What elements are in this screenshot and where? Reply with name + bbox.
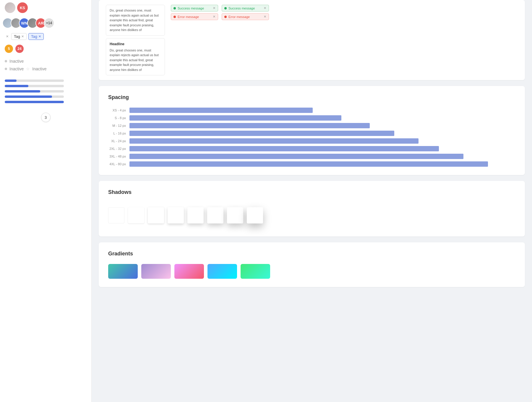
status-row-1: Inactive (5, 59, 87, 64)
sidebar: KS WN AR +14 ✕ Tag ✕ Tag ✕ 5 24 Inactive (0, 0, 92, 402)
avatar-top-row: KS (0, 0, 91, 15)
shadows-row (108, 202, 515, 228)
spacing-grid: XS - 4 px S - 8 px M - 12 px L - 16 px X… (108, 108, 515, 167)
alerts-card: Do, great chooses one, must explain reje… (99, 0, 525, 80)
shadow-box-4 (187, 207, 204, 223)
spacing-row-xs: XS - 4 px (108, 108, 515, 113)
spacing-bar-3xl (129, 154, 463, 159)
badge-red: 24 (15, 45, 24, 53)
alert-columns: Success message ✕ Error message ✕ Succes… (171, 5, 269, 20)
spacing-row-xl: XL - 24 px (108, 138, 515, 144)
tag-close-1[interactable]: ✕ (21, 35, 24, 38)
alert-error-label-2: Error message (228, 15, 250, 19)
alert-dot-red-2 (224, 16, 227, 18)
status-label-1: Inactive (9, 59, 24, 64)
text-preview-content: Do, great chooses one, must explain reje… (110, 9, 159, 32)
progress-fill-4 (5, 95, 52, 98)
main-content: Do, great chooses one, must explain reje… (92, 0, 532, 402)
spacing-bar-xs (129, 108, 313, 113)
gradient-chip-2 (141, 264, 171, 279)
headline-preview: Headline Do, great chooses one, must exp… (106, 38, 165, 76)
avatar-more: +14 (44, 18, 54, 28)
alert-dot-green-1 (173, 7, 176, 9)
progress-bar-1 (5, 80, 64, 82)
spacing-bar-s (129, 115, 341, 121)
spacing-bar-4xl (129, 161, 488, 167)
progress-bar-2 (5, 85, 64, 87)
spacing-card: Spacing XS - 4 px S - 8 px M - 12 px L -… (99, 86, 525, 175)
spacing-row-m: M - 12 px (108, 123, 515, 128)
status-section: Inactive Inactive ☆ Inactive (0, 55, 91, 75)
headline-body: Do, great chooses one, must explain reje… (110, 48, 159, 72)
badge-orange: 5 (5, 45, 13, 53)
gradients-row (108, 264, 515, 279)
alert-error-2: Error message ✕ (222, 13, 269, 20)
spacing-bar-m (129, 123, 370, 128)
shadow-box-0 (108, 207, 124, 223)
alert-col-1: Success message ✕ Error message ✕ (171, 5, 218, 20)
alert-close-success-2[interactable]: ✕ (264, 6, 266, 10)
status-row-2: Inactive ☆ Inactive (5, 67, 87, 71)
gradient-chip-4 (207, 264, 237, 279)
page-number[interactable]: 3 (41, 113, 51, 122)
alert-dot-red-1 (173, 16, 176, 18)
spacing-row-3xl: 3XL - 48 px (108, 154, 515, 159)
spacing-label-xl: XL - 24 px (108, 139, 126, 143)
status-dot-1 (5, 60, 7, 62)
headline-title: Headline (110, 41, 161, 47)
tag-label-1: Tag (14, 34, 20, 39)
spacing-row-s: S - 8 px (108, 115, 515, 121)
alert-close-success-1[interactable]: ✕ (213, 6, 215, 10)
progress-fill-2 (5, 85, 28, 87)
tag-close-2[interactable]: ✕ (38, 35, 41, 38)
shadow-box-3 (168, 207, 184, 223)
spacing-label-s: S - 8 px (108, 116, 126, 120)
alert-success-label-1: Success message (178, 7, 204, 10)
progress-bar-4 (5, 95, 64, 98)
spacing-row-2xl: 2XL - 32 px (108, 146, 515, 151)
star-icon[interactable]: ☆ (26, 67, 30, 71)
spacing-row-l: L - 16 px (108, 131, 515, 136)
gradient-chip-3 (174, 264, 204, 279)
gradients-title: Gradients (108, 251, 515, 257)
shadow-box-7 (247, 207, 263, 223)
spacing-bar-l (129, 131, 394, 136)
shadow-box-5 (207, 207, 223, 223)
badge-section: 5 24 (0, 42, 91, 55)
text-preview-left: Do, great chooses one, must explain reje… (106, 5, 165, 75)
alert-error-1: Error message ✕ (171, 13, 218, 20)
avatar-photo-1 (5, 2, 15, 13)
spacing-title: Spacing (108, 94, 515, 100)
alert-col-2: Success message ✕ Error message ✕ (222, 5, 269, 20)
shadows-card: Shadows (99, 181, 525, 236)
alerts-top-section: Do, great chooses one, must explain reje… (106, 5, 518, 75)
tag-remove-all-button[interactable]: ✕ (5, 34, 9, 39)
status-label-3: Inactive (32, 67, 46, 71)
alert-close-error-2[interactable]: ✕ (264, 15, 266, 19)
shadows-title: Shadows (108, 189, 515, 195)
status-dot-2 (5, 68, 7, 70)
gradient-chip-1 (108, 264, 138, 279)
page-num-section: 3 (0, 108, 91, 127)
alert-dot-green-2 (224, 7, 227, 9)
shadow-box-6 (227, 207, 243, 223)
tag-label-2: Tag (31, 34, 37, 39)
alert-close-error-1[interactable]: ✕ (213, 15, 215, 19)
spacing-label-xs: XS - 4 px (108, 108, 126, 112)
progress-fill-3 (5, 90, 40, 93)
gradients-card: Gradients (99, 242, 525, 287)
spacing-label-3xl: 3XL - 48 px (108, 155, 126, 158)
progress-fill-5 (5, 101, 64, 103)
avatar-group: WN AR +14 (0, 15, 91, 31)
spacing-label-m: M - 12 px (108, 124, 126, 127)
gradient-chip-5 (241, 264, 270, 279)
tag-item-1: Tag ✕ (11, 33, 27, 40)
spacing-label-2xl: 2XL - 32 px (108, 147, 126, 150)
alert-success-label-2: Success message (228, 7, 255, 10)
spacing-bar-xl (129, 138, 419, 144)
tags-section: ✕ Tag ✕ Tag ✕ (0, 31, 91, 42)
spacing-row-4xl: 4XL - 80 px (108, 161, 515, 167)
status-label-2: Inactive (9, 67, 24, 71)
text-preview-body: Do, great chooses one, must explain reje… (106, 5, 165, 36)
shadow-box-1 (128, 207, 144, 223)
